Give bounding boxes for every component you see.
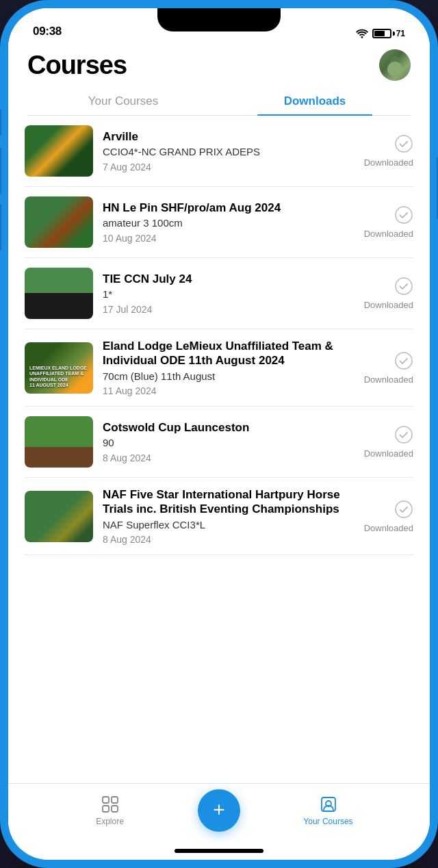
tab-your-courses[interactable]: Your Courses bbox=[27, 88, 219, 115]
svg-point-5 bbox=[396, 501, 412, 518]
svg-rect-9 bbox=[112, 806, 118, 812]
course-thumbnail: LEMIEUX ELAND LODGEUNAFFILIATED TEAM &IN… bbox=[25, 342, 93, 394]
your-courses-label: Your Courses bbox=[303, 817, 352, 826]
course-name: Cotswold Cup Launceston bbox=[103, 420, 355, 435]
course-info: TIE CCN July 24 1* 17 Jul 2024 bbox=[103, 272, 355, 315]
header: Courses Your Courses Downloads bbox=[8, 44, 430, 116]
tabs: Your Courses Downloads bbox=[27, 88, 411, 116]
course-info: HN Le Pin SHF/pro/am Aug 2024 amateur 3 … bbox=[103, 201, 355, 244]
course-info: NAF Five Star International Hartpury Hor… bbox=[103, 487, 355, 545]
course-subtitle: NAF Superflex CCI3*L bbox=[103, 518, 355, 532]
phone-frame: 09:38 71 bbox=[0, 0, 438, 868]
downloaded-icon bbox=[394, 277, 413, 296]
course-status: Downloaded bbox=[364, 205, 413, 239]
status-icons: 71 bbox=[356, 29, 405, 38]
list-item[interactable]: LEMIEUX ELAND LODGEUNAFFILIATED TEAM &IN… bbox=[25, 329, 413, 407]
downloaded-label: Downloaded bbox=[364, 374, 413, 385]
svg-point-1 bbox=[396, 207, 412, 223]
downloaded-label: Downloaded bbox=[364, 523, 413, 533]
course-date: 8 Aug 2024 bbox=[103, 452, 355, 463]
thumb-text: LEMIEUX ELAND LODGEUNAFFILIATED TEAM &IN… bbox=[27, 363, 90, 391]
explore-icon bbox=[101, 795, 120, 814]
nav-explore[interactable]: Explore bbox=[22, 795, 198, 826]
status-time: 09:38 bbox=[33, 25, 62, 38]
course-date: 7 Aug 2024 bbox=[103, 162, 355, 173]
list-item[interactable]: Cotswold Cup Launceston 90 8 Aug 2024 Do… bbox=[25, 407, 413, 478]
downloaded-icon bbox=[394, 205, 413, 225]
course-subtitle: CCIO4*-NC GRAND PRIX ADEPS bbox=[103, 145, 355, 159]
avatar[interactable] bbox=[379, 49, 411, 81]
course-thumbnail bbox=[25, 491, 93, 542]
course-info: Arville CCIO4*-NC GRAND PRIX ADEPS 7 Aug… bbox=[103, 129, 355, 173]
course-thumbnail bbox=[25, 196, 93, 248]
course-name: NAF Five Star International Hartpury Hor… bbox=[103, 487, 355, 517]
course-info: Eland Lodge LeMieux Unaffiliated Team & … bbox=[103, 339, 355, 396]
svg-rect-7 bbox=[112, 797, 118, 803]
course-subtitle: amateur 3 100cm bbox=[103, 216, 355, 230]
downloaded-label: Downloaded bbox=[364, 157, 413, 168]
course-date: 17 Jul 2024 bbox=[103, 304, 355, 315]
course-status: Downloaded bbox=[364, 351, 413, 385]
downloaded-label: Downloaded bbox=[364, 300, 413, 310]
nav-your-courses[interactable]: Your Courses bbox=[240, 795, 416, 826]
course-date: 11 Aug 2024 bbox=[103, 385, 355, 396]
home-indicator bbox=[175, 849, 263, 853]
course-name: TIE CCN July 24 bbox=[103, 272, 355, 286]
svg-point-4 bbox=[396, 426, 412, 443]
course-subtitle: 70cm (Blue) 11th August bbox=[103, 370, 355, 383]
svg-point-3 bbox=[396, 353, 412, 369]
course-status: Downloaded bbox=[364, 425, 413, 459]
course-thumbnail bbox=[25, 416, 93, 468]
course-info: Cotswold Cup Launceston 90 8 Aug 2024 bbox=[103, 420, 355, 463]
bottom-nav: Explore + Your Courses bbox=[8, 783, 430, 849]
downloaded-icon bbox=[394, 500, 413, 519]
course-name: Eland Lodge LeMieux Unaffiliated Team & … bbox=[103, 339, 355, 368]
svg-rect-6 bbox=[103, 797, 109, 803]
course-thumbnail bbox=[25, 125, 93, 177]
volume-silent-button bbox=[0, 110, 1, 136]
your-courses-icon bbox=[319, 795, 338, 814]
battery-icon: 71 bbox=[372, 29, 405, 38]
screen-content: Courses Your Courses Downloads bbox=[8, 44, 430, 860]
course-list: Arville CCIO4*-NC GRAND PRIX ADEPS 7 Aug… bbox=[8, 116, 430, 783]
course-name: Arville bbox=[103, 129, 355, 144]
list-item[interactable]: Arville CCIO4*-NC GRAND PRIX ADEPS 7 Aug… bbox=[25, 116, 413, 187]
course-status: Downloaded bbox=[364, 500, 413, 533]
header-top: Courses bbox=[27, 49, 411, 81]
course-status: Downloaded bbox=[364, 134, 413, 168]
course-status: Downloaded bbox=[364, 277, 413, 310]
downloaded-icon bbox=[394, 425, 413, 444]
list-item[interactable]: NAF Five Star International Hartpury Hor… bbox=[25, 478, 413, 555]
course-thumbnail bbox=[25, 268, 93, 319]
course-date: 10 Aug 2024 bbox=[103, 233, 355, 244]
downloaded-label: Downloaded bbox=[364, 448, 413, 459]
page-title: Courses bbox=[27, 51, 127, 80]
tab-downloads[interactable]: Downloads bbox=[219, 88, 411, 115]
phone-screen: 09:38 71 bbox=[8, 8, 430, 860]
downloaded-label: Downloaded bbox=[364, 229, 413, 239]
svg-point-0 bbox=[396, 136, 412, 152]
volume-up-button bbox=[0, 147, 1, 194]
notch bbox=[157, 8, 281, 31]
avatar-image bbox=[379, 49, 411, 81]
svg-point-2 bbox=[396, 278, 412, 294]
plus-icon: + bbox=[213, 800, 225, 820]
add-course-button[interactable]: + bbox=[198, 789, 240, 832]
course-date: 8 Aug 2024 bbox=[103, 534, 355, 545]
volume-down-button bbox=[0, 204, 1, 251]
course-subtitle: 90 bbox=[103, 436, 355, 450]
course-name: HN Le Pin SHF/pro/am Aug 2024 bbox=[103, 201, 355, 215]
list-item[interactable]: HN Le Pin SHF/pro/am Aug 2024 amateur 3 … bbox=[25, 187, 413, 258]
downloaded-icon bbox=[394, 351, 413, 370]
svg-rect-8 bbox=[103, 806, 109, 812]
list-item[interactable]: TIE CCN July 24 1* 17 Jul 2024 Downloade… bbox=[25, 258, 413, 329]
battery-level: 71 bbox=[396, 29, 405, 38]
explore-label: Explore bbox=[96, 817, 124, 826]
downloaded-icon bbox=[394, 134, 413, 153]
wifi-icon bbox=[356, 29, 368, 38]
course-subtitle: 1* bbox=[103, 288, 355, 301]
